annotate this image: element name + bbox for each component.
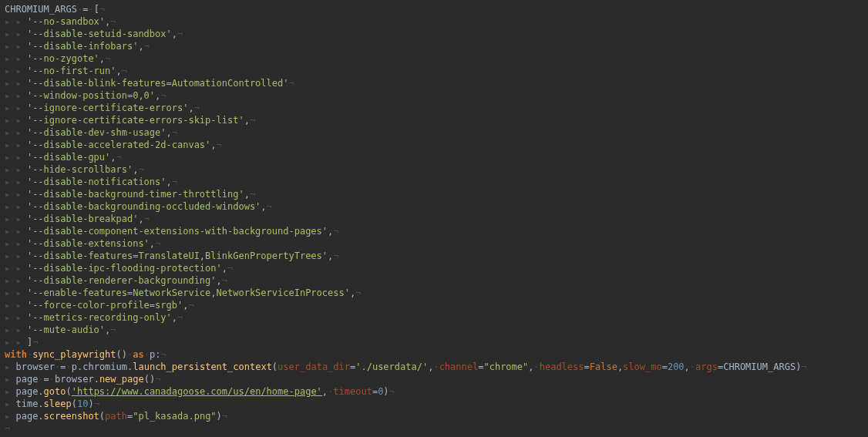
- eol-marker: ¬: [355, 287, 361, 298]
- code-line[interactable]: ▸ browser·=·p.chromium.launch_persistent…: [5, 361, 863, 373]
- whitespace-marker: ▸ ▸: [5, 53, 27, 64]
- code-line[interactable]: ▸ ▸ '--force-color-profile=srgb',¬: [5, 299, 863, 311]
- whitespace-marker: ▸ ▸: [5, 140, 27, 150]
- fn: goto: [44, 386, 66, 397]
- code-line[interactable]: ▸ ▸ '--disable-accelerated-2d-canvas',¬: [5, 139, 863, 151]
- whitespace-marker: ▸ ▸: [5, 164, 27, 175]
- code-line[interactable]: ▸ ▸ '--metrics-recording-only',¬: [5, 311, 863, 324]
- code-line[interactable]: ▸ ▸ '--no-zygote',¬: [5, 52, 863, 65]
- string-literal: '--disable-gpu': [27, 152, 110, 163]
- code-line[interactable]: ▸ ▸ '--disable-notifications',¬: [5, 176, 863, 188]
- op: .: [94, 374, 99, 385]
- code-line[interactable]: ▸ ▸ '--disable-extensions',¬: [5, 237, 863, 250]
- code-line[interactable]: ▸ ▸ '--disable-component-extensions-with…: [5, 225, 863, 237]
- space-marker: ·: [690, 361, 695, 372]
- eol-marker: ¬: [110, 324, 116, 335]
- whitespace-marker: ▸ ▸: [5, 238, 27, 249]
- variable-name: page: [15, 374, 38, 385]
- whitespace-marker: ▸ ▸: [5, 78, 27, 89]
- string-literal: '--metrics-recording-only': [27, 312, 172, 323]
- eol-marker: ¬: [250, 189, 255, 200]
- code-line[interactable]: ▸ ▸ '--window-position=0,0',¬: [5, 89, 863, 102]
- whitespace-marker: ▸ ▸: [5, 213, 27, 224]
- code-line[interactable]: ▸ ▸ '--disable-features=TranslateUI,Blin…: [5, 250, 863, 262]
- code-line[interactable]: ▸ ▸ '--disable-setuid-sandbox',¬: [5, 28, 863, 40]
- code-editor[interactable]: CHROMIUM_ARGS·=·[¬▸ ▸ '--no-sandbox',¬▸ …: [5, 3, 863, 435]
- ident: page: [15, 386, 38, 397]
- string-literal: '--disable-setuid-sandbox': [27, 29, 172, 39]
- code-line[interactable]: ▸ ▸ '--hide-scrollbars',¬: [5, 163, 863, 176]
- eol-marker: ¬: [222, 411, 227, 422]
- code-line[interactable]: ▸ ▸ '--no-first-run',¬: [5, 65, 863, 77]
- fn: launch_persistent_context: [133, 361, 272, 372]
- code-line[interactable]: ▸ ▸ '--ignore-certificate-errors',¬: [5, 102, 863, 114]
- comma: ,: [222, 263, 227, 274]
- code-line[interactable]: ▸ ▸ '--ignore-certificate-errors-skip-li…: [5, 114, 863, 126]
- string-literal: '--disable-breakpad': [27, 213, 139, 224]
- eol-marker: ¬: [116, 152, 122, 163]
- parens: (): [116, 349, 127, 360]
- eol-marker: ¬: [5, 423, 10, 434]
- string: "pl_kasada.png": [133, 411, 216, 422]
- param: user_data_dir: [278, 361, 350, 372]
- code-line[interactable]: ▸ ▸ '--disable-breakpad',¬: [5, 213, 863, 225]
- string-literal: '--disable-background-timer-throttling': [27, 189, 244, 200]
- comma: ,: [244, 189, 250, 200]
- whitespace-marker: ▸: [5, 411, 15, 422]
- ident: page: [15, 411, 38, 422]
- paren: (): [144, 374, 155, 385]
- code-line[interactable]: ▸ page·=·browser.new_page()¬: [5, 373, 863, 385]
- function-call: sync_playwright: [32, 349, 116, 360]
- string-literal: '--ignore-certificate-errors': [27, 103, 189, 113]
- whitespace-marker: ▸ ▸: [5, 176, 27, 187]
- whitespace-marker: ▸ ▸: [5, 324, 27, 335]
- eol-marker: ¬: [288, 78, 294, 89]
- assign-op: =: [44, 374, 49, 385]
- op: =: [584, 361, 590, 372]
- whitespace-marker: ▸ ▸: [5, 66, 27, 76]
- space-marker: ·: [433, 361, 439, 372]
- paren: ): [383, 386, 389, 397]
- code-line[interactable]: CHROMIUM_ARGS·=·[¬: [5, 3, 863, 15]
- comma: ,: [172, 312, 177, 323]
- code-line[interactable]: ▸ ▸ '--disable-backgrounding-occluded-wi…: [5, 200, 863, 213]
- variable-name: browser: [15, 361, 55, 372]
- code-line[interactable]: ▸ ▸ '--enable-features=NetworkService,Ne…: [5, 287, 863, 299]
- eol-marker: ¬: [177, 312, 183, 323]
- code-line[interactable]: ▸ page.goto('https://www.canadagoose.com…: [5, 385, 863, 398]
- code-line[interactable]: ▸ ▸ '--disable-gpu',¬: [5, 151, 863, 163]
- code-line[interactable]: ▸ time.sleep(10)¬: [5, 398, 863, 410]
- code-line[interactable]: ▸ page.screenshot(path="pl_kasada.png")¬: [5, 410, 863, 422]
- code-line[interactable]: ▸ ▸ '--no-sandbox',¬: [5, 15, 863, 28]
- code-line[interactable]: ▸ ▸ '--mute-audio',¬: [5, 324, 863, 336]
- space-marker: ·: [38, 374, 43, 385]
- eol-marker: ¬: [110, 16, 116, 27]
- code-line[interactable]: ▸ ▸ '--disable-infobars',¬: [5, 40, 863, 52]
- code-line[interactable]: ▸ ▸ '--disable-blink-features=Automation…: [5, 77, 863, 89]
- string-literal: '--disable-notifications': [27, 176, 167, 187]
- whitespace-marker: ▸ ▸: [5, 201, 27, 212]
- code-line[interactable]: ▸ ▸ '--disable-renderer-backgrounding',¬: [5, 274, 863, 287]
- variable-name: CHROMIUM_ARGS: [5, 4, 77, 15]
- num: 10: [77, 398, 88, 409]
- eol-marker: ¬: [227, 263, 233, 274]
- code-line[interactable]: ▸ ▸ ]¬: [5, 336, 863, 348]
- code-line[interactable]: ▸ ▸ '--disable-dev-shm-usage',¬: [5, 126, 863, 139]
- code-line[interactable]: ¬: [5, 422, 863, 435]
- keyword-with: with: [5, 349, 27, 360]
- space-marker: ·: [533, 361, 539, 372]
- string-literal: '--disable-dev-shm-usage': [27, 127, 167, 138]
- assign-op: ·=·: [77, 4, 94, 15]
- space-marker: ·: [144, 349, 150, 360]
- string-literal: '--no-first-run': [27, 66, 116, 76]
- comma: ,: [167, 127, 172, 138]
- code-line[interactable]: ▸ ▸ '--disable-ipc-flooding-protection',…: [5, 262, 863, 274]
- ident: chromium: [82, 361, 127, 372]
- string-literal: '--disable-component-extensions-with-bac…: [27, 226, 328, 237]
- comma: ,: [138, 213, 143, 224]
- whitespace-marker: ▸: [5, 398, 15, 409]
- code-line[interactable]: with·sync_playwright()·as·p:¬: [5, 348, 863, 361]
- whitespace-marker: ▸ ▸: [5, 41, 27, 52]
- code-line[interactable]: ▸ ▸ '--disable-background-timer-throttli…: [5, 188, 863, 200]
- string-url: 'https://www.canadagoose.com/us/en/home-…: [72, 386, 322, 397]
